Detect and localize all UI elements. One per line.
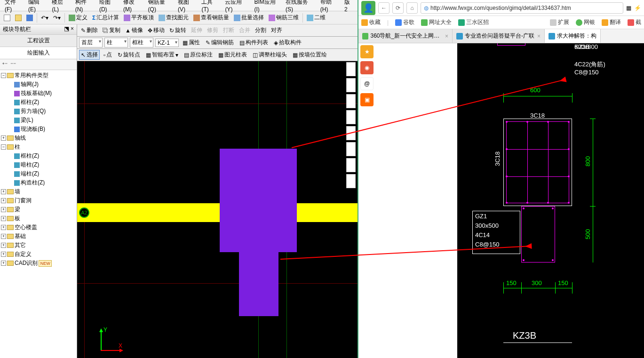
copy-button[interactable]: ⿻复制: [101, 25, 122, 35]
column-kz[interactable]: [220, 149, 297, 252]
column-gz[interactable]: [239, 252, 278, 316]
tree-item[interactable]: 框柱(Z): [1, 151, 76, 160]
bm-ext[interactable]: 扩展: [550, 18, 569, 26]
menu-floor[interactable]: 楼层(L): [49, 0, 72, 14]
select-button[interactable]: ↖选择: [79, 50, 100, 60]
close-icon[interactable]: ×: [537, 33, 541, 40]
break-button[interactable]: 打断: [221, 25, 236, 35]
tree-cad[interactable]: +CAD识别 NEW: [1, 259, 76, 268]
cat-dropdown[interactable]: 柱: [104, 38, 128, 48]
tree-item[interactable]: +空心楼盖: [1, 223, 76, 232]
tab-current[interactable]: 求大神解答：构: [545, 29, 601, 43]
point-button[interactable]: ▫点: [102, 50, 114, 60]
type-dropdown[interactable]: 框柱: [130, 38, 153, 48]
pick-button[interactable]: ◈拾取构件: [272, 38, 303, 48]
tree-item[interactable]: 现浇板(B): [1, 125, 76, 134]
sum-button[interactable]: Σ汇总计算: [90, 13, 121, 23]
bar3d-button[interactable]: 钢筋三维: [267, 13, 301, 23]
thumb[interactable]: [346, 94, 356, 108]
rotate-button[interactable]: ↻旋转: [167, 25, 188, 35]
home-button[interactable]: ⌂: [406, 2, 418, 14]
flat-button[interactable]: 平齐板顶: [122, 13, 156, 23]
menu-cloud[interactable]: 云应用(Y): [222, 0, 251, 14]
smart-button[interactable]: ▦智能布置▾: [144, 50, 180, 60]
split-button[interactable]: 分割: [253, 25, 268, 35]
bm-wzdq[interactable]: 网址大全: [421, 18, 452, 26]
define-button[interactable]: 定义: [67, 13, 89, 23]
user-avatar-icon[interactable]: 👤: [361, 1, 375, 15]
thumb[interactable]: [346, 62, 356, 76]
tree-item[interactable]: 梁(L): [1, 116, 76, 125]
tree-item[interactable]: +基础: [1, 232, 76, 241]
tree-item[interactable]: +梁: [1, 205, 76, 214]
complist-button[interactable]: ▤构件列表: [238, 38, 270, 48]
origin-button[interactable]: ▤原位标注: [182, 50, 215, 60]
menu-file[interactable]: 文件(F): [2, 0, 25, 14]
bm-bank[interactable]: 网银: [576, 18, 595, 26]
tree-axis[interactable]: +轴线: [1, 134, 76, 143]
new-icon[interactable]: [2, 14, 12, 22]
menu-rebar[interactable]: 钢筋量(Q): [145, 0, 175, 14]
share-icon[interactable]: ▣: [360, 93, 374, 106]
tree-item[interactable]: +自定义: [1, 250, 76, 259]
bm-fav[interactable]: 收藏: [361, 18, 381, 26]
mail-icon[interactable]: @: [360, 77, 374, 90]
menu-bim[interactable]: BIM应用(I): [251, 0, 283, 14]
batchsel-button[interactable]: 批量选择: [232, 13, 266, 23]
bm-sanshui[interactable]: 三水区招: [458, 18, 489, 26]
floor-dropdown[interactable]: 首层: [79, 38, 103, 48]
move-button[interactable]: ✥移动: [146, 25, 167, 35]
menu-help[interactable]: 帮助(H): [318, 0, 342, 14]
bywall-button[interactable]: ▦按墙位置绘: [291, 50, 329, 60]
mirror-button[interactable]: ▲镜像: [123, 25, 145, 35]
delete-button[interactable]: ✎删除: [79, 25, 100, 35]
stretch-button[interactable]: 延伸: [189, 25, 204, 35]
expand-icon[interactable]: ⁺⁻: [2, 61, 8, 68]
tree-item[interactable]: +门窗洞: [1, 196, 76, 205]
tab-360[interactable]: 360导航_新一代安全上网导航×: [358, 29, 453, 43]
drawing-viewport[interactable]: A2 Y X: [77, 61, 358, 358]
tree-item[interactable]: 轴网(J): [1, 80, 76, 89]
tree-root[interactable]: −常用构件类型: [1, 71, 76, 80]
thumb[interactable]: [346, 78, 356, 92]
save-icon[interactable]: [24, 14, 35, 22]
undo-icon[interactable]: ↶▾: [39, 14, 50, 22]
beam-element[interactable]: [77, 203, 358, 222]
menu-modify[interactable]: 修改(M): [120, 0, 145, 14]
find-button[interactable]: 查找图元: [157, 13, 191, 23]
sidebar-tab-draw[interactable]: 绘图输入: [0, 47, 77, 59]
thumb[interactable]: [346, 142, 356, 156]
trim-button[interactable]: 修剪: [205, 25, 220, 35]
menu-online[interactable]: 在线服务(S): [283, 0, 318, 14]
merge-button[interactable]: 合并: [237, 25, 252, 35]
tree-item[interactable]: 剪力墙(Q): [1, 107, 76, 116]
sidebar-tab-settings[interactable]: 工程设置: [0, 35, 77, 47]
tree-item[interactable]: +墙: [1, 187, 76, 196]
tree-item[interactable]: 构造柱(Z): [1, 178, 76, 187]
star-icon[interactable]: ★: [360, 45, 374, 58]
tree-item[interactable]: +板: [1, 214, 76, 223]
viewbar-button[interactable]: 查看钢筋量: [191, 13, 231, 23]
back-button[interactable]: ←: [378, 2, 390, 14]
menu-component[interactable]: 构件(N): [72, 0, 96, 14]
rotpoint-button[interactable]: ↻旋转点: [116, 50, 142, 60]
tree-column[interactable]: −柱: [1, 143, 76, 151]
reload-button[interactable]: ⟳: [392, 2, 404, 14]
bm-trans[interactable]: 翻译: [602, 18, 621, 26]
tab-zjia[interactable]: 专业造价问题答疑平台-广联×: [453, 29, 545, 43]
address-bar[interactable]: ◍ http://www.fwxgx.com/question/gimq/det…: [421, 2, 623, 14]
menu-edit[interactable]: 编辑(E): [25, 0, 49, 14]
menu-ver[interactable]: 版2: [342, 0, 356, 14]
align-button[interactable]: 对齐: [269, 25, 284, 35]
menu-tools[interactable]: 工具(T): [199, 0, 222, 14]
thumb[interactable]: [346, 158, 356, 172]
tree-item[interactable]: 暗柱(Z): [1, 160, 76, 169]
menu-view[interactable]: 视图(V): [175, 0, 199, 14]
tree-item[interactable]: 筏板基础(M): [1, 89, 76, 98]
flash-icon[interactable]: ⚡: [634, 5, 641, 11]
twod-button[interactable]: 二维: [305, 13, 327, 23]
bm-shot[interactable]: 截: [628, 18, 641, 26]
cad-detail-view[interactable]: KZ3B 600x800 4C22(角筋) C8@150 600 3C18 3C…: [457, 43, 644, 358]
thumb[interactable]: [346, 110, 356, 124]
redo-icon[interactable]: ↷▾: [51, 14, 63, 22]
